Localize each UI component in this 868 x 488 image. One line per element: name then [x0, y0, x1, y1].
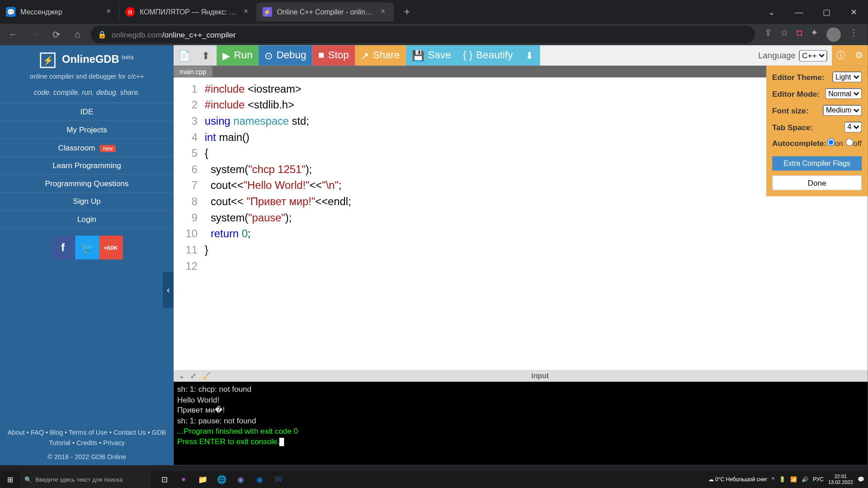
tab-select[interactable]: 4 [844, 122, 862, 132]
addthis-button[interactable]: + 60K [99, 235, 123, 259]
close-icon[interactable]: × [104, 8, 113, 16]
tab-onlinegdb[interactable]: ⚡ Online C++ Compiler - online ed × [257, 2, 394, 21]
debug-label: Debug [276, 50, 306, 61]
edge-button[interactable]: ◉ [251, 471, 268, 488]
site-subtitle: online compiler and debugger for c/c++ [0, 73, 174, 80]
sidebar-item-login[interactable]: Login [0, 211, 174, 229]
language-dropdown[interactable]: C++ [799, 50, 827, 61]
line-number: 1 [174, 81, 198, 98]
maximize-button[interactable]: ▢ [813, 0, 840, 24]
bolt-icon: ⚡ [40, 52, 56, 68]
close-icon[interactable]: × [242, 8, 250, 16]
word-button[interactable]: W [270, 471, 287, 488]
tab-messenger[interactable]: 💬 Мессенджер × [0, 2, 119, 21]
close-icon[interactable]: × [379, 8, 387, 16]
minimize-button[interactable]: — [785, 0, 813, 24]
console-line: Press ENTER to exit console. [177, 437, 279, 446]
clear-icon[interactable]: 🧹 [202, 371, 211, 380]
debug-button[interactable]: ⊙ Debug [259, 45, 312, 66]
beautify-button[interactable]: { } Beautify [457, 45, 519, 66]
bolt-icon: ⚡ [263, 7, 272, 17]
theme-select[interactable]: Light [832, 71, 862, 82]
sidebar-item-ide[interactable]: IDE [0, 103, 174, 121]
task-view-button[interactable]: ⊡ [156, 471, 173, 488]
clock[interactable]: 22:01 13.02.2022 [828, 474, 853, 485]
autocomplete-on-radio[interactable] [827, 138, 835, 146]
volume-icon[interactable]: 🔊 [802, 476, 808, 483]
code-editor[interactable]: 1 2 3 4 5 6 7 8 9 10 11 12 #include <ios… [174, 78, 868, 370]
menu-icon[interactable]: ⋮ [849, 28, 858, 42]
wifi-icon[interactable]: 📶 [790, 476, 797, 483]
font-label: Font size: [772, 106, 808, 115]
settings-panel: Editor Theme:Light Editor Mode:Normal Fo… [766, 66, 868, 196]
new-tab-button[interactable]: + [399, 4, 415, 20]
lock-icon: 🔒 [98, 30, 107, 38]
close-window-button[interactable]: ✕ [840, 0, 868, 24]
line-number: 9 [174, 210, 198, 226]
share-icon[interactable]: ⇪ [764, 28, 772, 42]
font-select[interactable]: Medium [823, 105, 862, 116]
weather-widget[interactable]: ☁ 0°C Небольшой снег [708, 476, 768, 483]
extensions-icon[interactable]: ✦ [811, 28, 818, 42]
run-button[interactable]: ▶ Run [217, 45, 259, 66]
url-host: onlinegdb.com [112, 30, 162, 39]
twitter-button[interactable]: 🐦 [75, 235, 99, 259]
done-button[interactable]: Done [772, 175, 862, 190]
extra-flags-button[interactable]: Extra Compiler Flags [772, 156, 862, 171]
info-button[interactable]: ⓘ [832, 45, 850, 66]
battery-icon[interactable]: 🔋 [779, 476, 786, 483]
share-button[interactable]: ↗ Share [355, 45, 406, 66]
chevron-down-icon[interactable]: ⌄ [179, 371, 184, 380]
chrome-button[interactable]: 🌐 [213, 471, 230, 488]
line-number: 5 [174, 145, 198, 162]
save-button[interactable]: 💾 Save [406, 45, 457, 66]
language-label: Language [758, 51, 795, 60]
settings-button[interactable]: ⚙ [850, 45, 868, 66]
browser-titlebar: 💬 Мессенджер × Я КОМПИЛЯТОР — Яндекс: на… [0, 0, 868, 24]
sidebar-item-learn[interactable]: Learn Programming [0, 157, 174, 175]
explorer-button[interactable]: 📁 [194, 471, 211, 488]
console-line: ...Program finished with exit code 0 [177, 426, 864, 436]
taskbar-search[interactable]: 🔍 Введите здесь текст для поиска [20, 471, 151, 488]
sidebar-item-classroom[interactable]: Classroom new [0, 139, 174, 157]
chevron-up-icon[interactable]: ^ [772, 476, 774, 483]
download-button[interactable]: ⬇ [519, 45, 540, 66]
sidebar-item-projects[interactable]: My Projects [0, 121, 174, 139]
new-file-button[interactable]: 📄 [174, 45, 195, 66]
notifications-icon[interactable]: 💬 [858, 476, 864, 483]
sidebar-item-signup[interactable]: Sign Up [0, 192, 174, 211]
start-button[interactable]: ⊞ [0, 471, 20, 488]
collapse-sidebar-button[interactable]: ‹ [163, 272, 174, 308]
save-label: Save [428, 50, 451, 61]
cursor-icon [279, 438, 284, 446]
weather-text: 0°C Небольшой снег [715, 476, 767, 483]
line-number: 12 [174, 258, 198, 275]
file-tab[interactable]: main.cpp [174, 66, 212, 77]
discord-button[interactable]: ◉ [232, 471, 249, 488]
footer-links[interactable]: About • FAQ • Blog • Terms of Use • Cont… [0, 425, 174, 451]
tab-yandex[interactable]: Я КОМПИЛЯТОР — Яндекс: нашл × [119, 2, 257, 21]
chat-icon: 💬 [6, 7, 15, 17]
sidebar-item-questions[interactable]: Programming Questions [0, 175, 174, 193]
home-button[interactable]: ⌂ [69, 26, 86, 43]
upload-button[interactable]: ⬆ [195, 45, 217, 66]
avatar[interactable] [826, 28, 841, 42]
stop-button[interactable]: ■ Stop [312, 45, 355, 66]
taskbar-app[interactable]: ● [175, 471, 192, 488]
url-input[interactable]: 🔒 onlinegdb.com/online_c++_compiler [91, 26, 755, 44]
reload-button[interactable]: ⟳ [48, 26, 65, 43]
console-output[interactable]: sh: 1: chcp: not found Hello World! Прив… [174, 382, 868, 465]
language-indicator[interactable]: РУС [813, 476, 824, 483]
yandex-icon: Я [125, 7, 135, 17]
back-button[interactable]: ← [5, 26, 22, 43]
forward-button[interactable]: → [26, 26, 43, 43]
autocomplete-off-radio[interactable] [845, 138, 853, 146]
windows-taskbar: ⊞ 🔍 Введите здесь текст для поиска ⊡ ● 📁… [0, 471, 868, 488]
expand-icon[interactable]: ⤢ [190, 371, 196, 380]
mode-select[interactable]: Normal [826, 88, 862, 99]
facebook-button[interactable]: f [51, 235, 75, 259]
tab-label: Online C++ Compiler - online ed [277, 8, 375, 16]
chevron-down-icon[interactable]: ⌄ [758, 0, 785, 24]
pocket-icon[interactable]: ◘ [797, 28, 802, 42]
bookmark-icon[interactable]: ☆ [780, 28, 788, 42]
